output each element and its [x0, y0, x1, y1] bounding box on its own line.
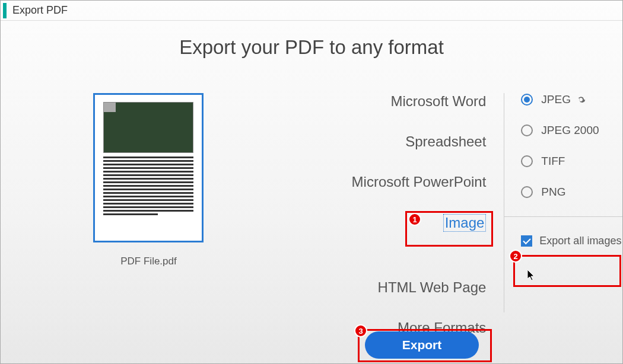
- gear-icon[interactable]: [576, 94, 586, 105]
- checkbox-icon: [521, 235, 532, 247]
- thumbnail-column: PDF File.pdf: [1, 93, 297, 360]
- page-title: Export your PDF to any format: [1, 36, 622, 59]
- radio-label: JPEG: [541, 93, 571, 106]
- callout-number-3: 3: [354, 324, 367, 337]
- format-spreadsheet[interactable]: Spreadsheet: [297, 133, 486, 150]
- radio-tiff[interactable]: TIFF: [521, 155, 622, 168]
- pdf-thumbnail[interactable]: [93, 93, 204, 242]
- radio-jpeg2000[interactable]: JPEG 2000: [521, 124, 622, 137]
- radio-label: JPEG 2000: [541, 124, 599, 137]
- format-html[interactable]: HTML Web Page: [297, 279, 486, 296]
- export-button[interactable]: Export: [365, 331, 479, 359]
- radio-png[interactable]: PNG: [521, 186, 622, 199]
- thumbnail-image: [103, 102, 193, 153]
- radio-label: PNG: [541, 186, 565, 199]
- format-word[interactable]: Microsoft Word: [297, 93, 486, 110]
- divider: [504, 216, 622, 217]
- callout-number-2: 2: [509, 250, 522, 263]
- format-powerpoint[interactable]: Microsoft PowerPoint: [297, 174, 486, 190]
- thumbnail-text-lines: [103, 157, 193, 217]
- file-name: PDF File.pdf: [120, 256, 176, 267]
- radio-label: TIFF: [541, 155, 565, 168]
- header: Export PDF: [1, 1, 622, 21]
- checkbox-export-all[interactable]: Export all images: [521, 235, 622, 247]
- radio-icon: [521, 186, 533, 198]
- radio-icon: [521, 155, 533, 167]
- radio-jpeg[interactable]: JPEG: [521, 93, 622, 106]
- panel-title: Export PDF: [12, 4, 68, 17]
- radio-icon: [521, 124, 533, 136]
- format-image[interactable]: Image: [443, 214, 487, 232]
- callout-number-1: 1: [408, 213, 421, 226]
- image-options: JPEG JPEG 2000 TIFF PNG Export all image…: [504, 93, 622, 312]
- accent-bar: [3, 3, 7, 18]
- checkbox-label: Export all images: [539, 235, 621, 247]
- content-area: PDF File.pdf Microsoft Word Spreadsheet …: [1, 93, 622, 360]
- format-list: Microsoft Word Spreadsheet Microsoft Pow…: [297, 93, 504, 360]
- radio-icon: [521, 94, 533, 106]
